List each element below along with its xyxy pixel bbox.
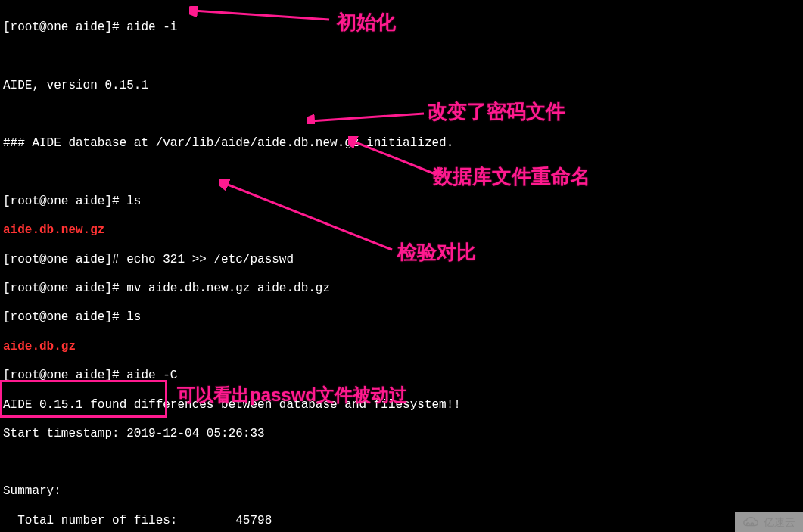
terminal-line: [root@one aide]# ls (3, 310, 800, 325)
highlight-box-changed (0, 380, 167, 418)
terminal-line: Total number of files: 45798 (3, 514, 800, 528)
terminal-line (3, 50, 800, 64)
file-listing: aide.db.new.gz (3, 223, 800, 238)
terminal-line: [root@one aide]# aide -i (3, 20, 800, 35)
annotation-init: 初始化 (337, 11, 396, 34)
terminal-line: Summary: (3, 484, 800, 499)
terminal-line: ### AIDE database at /var/lib/aide/aide.… (3, 136, 800, 151)
shell-prompt: [root@one aide]# (3, 20, 120, 34)
command: mv aide.db.new.gz aide.db.gz (120, 282, 330, 295)
shell-prompt: [root@one aide]# (3, 310, 120, 324)
command: ls (120, 194, 142, 208)
cloud-icon (742, 515, 759, 529)
terminal-line (3, 107, 800, 122)
watermark-text: 亿速云 (764, 516, 795, 529)
watermark: 亿速云 (735, 512, 803, 532)
terminal-line (3, 166, 800, 180)
annotation-passwd-changed: 可以看出passwd文件被动过 (177, 383, 450, 406)
shell-prompt: [root@one aide]# (3, 282, 120, 295)
shell-prompt: [root@one aide]# (3, 194, 120, 208)
shell-prompt: [root@one aide]# (3, 253, 120, 266)
terminal-line: [root@one aide]# ls (3, 194, 800, 209)
command: ls (120, 310, 142, 324)
terminal-line: AIDE, version 0.15.1 (3, 79, 800, 93)
terminal-output: [root@one aide]# aide -i AIDE, version 0… (0, 0, 803, 532)
annotation-check: 检验对比 (397, 241, 476, 264)
command: aide -i (120, 20, 178, 34)
terminal-line (3, 456, 800, 470)
terminal-line: [root@one aide]# mv aide.db.new.gz aide.… (3, 282, 800, 296)
annotation-passwd-change: 改变了密码文件 (428, 100, 565, 123)
command: echo 321 >> /etc/passwd (120, 253, 294, 266)
annotation-db-rename: 数据库文件重命名 (433, 165, 590, 188)
terminal-line: Start timestamp: 2019-12-04 05:26:33 (3, 427, 800, 441)
file-listing: aide.db.gz (3, 340, 800, 354)
